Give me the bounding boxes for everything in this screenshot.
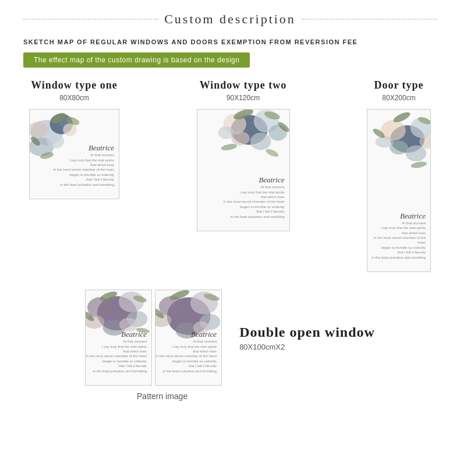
beatrice-bottom-left: Beatrice At that momentI say truly that … [86, 330, 147, 373]
left-dots [23, 19, 158, 20]
double-window-label-section: Double open window 80X100cmX2 [239, 290, 375, 351]
beatrice-bottom-right: Beatrice At that momentI say truly that … [156, 330, 217, 373]
window-grid-top: Window type one 80X80cm [17, 79, 443, 272]
beatrice-label-two: Beatrice At that momentI say truly that … [224, 175, 284, 219]
bottom-images: Beatrice At that momentI say truly that … [85, 290, 222, 386]
window-one-label: Window type one [31, 79, 118, 91]
window-two-image: Beatrice At that momentI say truly that … [197, 109, 290, 231]
page-title: Custom description [164, 12, 296, 27]
double-window-right: Beatrice At that momentI say truly that … [155, 290, 222, 386]
door-size: 80X200cm [382, 94, 415, 102]
svg-point-18 [218, 126, 234, 139]
svg-point-28 [406, 145, 426, 161]
double-window-size: 80X100cmX2 [239, 343, 285, 351]
double-window-label: Double open window [239, 325, 375, 340]
door-type: Door type 80X200cm [367, 79, 431, 272]
window-one-size: 80X80cm [59, 94, 89, 102]
window-one-image: Beatrice At that momentI say truly that … [29, 109, 119, 199]
window-two-label: Window type two [200, 79, 287, 91]
svg-point-15 [250, 133, 271, 150]
door-image: Beatrice At that momentI say truly that … [367, 109, 431, 272]
door-label: Door type [374, 79, 423, 91]
beatrice-label-one: Beatrice At that momentI say truly that … [54, 143, 114, 187]
svg-point-5 [63, 124, 77, 136]
window-two-size: 90X120cm [227, 94, 260, 102]
window-grid-bottom: Beatrice At that momentI say truly that … [17, 290, 443, 401]
window-type-one: Window type one 80X80cm [29, 79, 119, 199]
window-type-two: Window type two 90X120cm [197, 79, 290, 231]
header-section: Custom description [17, 12, 443, 27]
pattern-label: Pattern image [137, 392, 187, 401]
effect-map-badge: The effect map of the custom drawing is … [23, 52, 250, 68]
subtitle-row: SKETCH MAP OF REGULAR WINDOWS AND DOORS … [17, 38, 443, 45]
double-window-left: Beatrice At that momentI say truly that … [85, 290, 152, 386]
subtitle-text: SKETCH MAP OF REGULAR WINDOWS AND DOORS … [23, 38, 358, 45]
right-dots [302, 19, 437, 20]
svg-point-31 [376, 136, 394, 148]
beatrice-label-door: Beatrice At that momentI say truly that … [367, 211, 426, 260]
